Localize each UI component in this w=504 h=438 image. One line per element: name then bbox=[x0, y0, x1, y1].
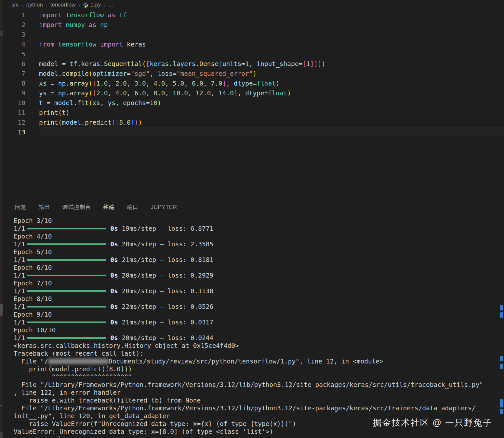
code-text: t = model.fit(xs, ys, epochs=10) bbox=[39, 98, 161, 108]
code-line-6[interactable]: 6model = tf.keras.Sequential([keras.laye… bbox=[3, 59, 504, 69]
terminal-line: 1/10s 21ms/step – loss: 0.0317 bbox=[3, 319, 504, 326]
progress-bar bbox=[27, 322, 106, 323]
code-text: import numpy as np bbox=[39, 20, 108, 30]
progress-bar bbox=[27, 337, 106, 339]
terminal-line: , line 122, in error_handler bbox=[3, 389, 504, 397]
left-scrollbar-strip: ‥ bbox=[0, 0, 3, 438]
terminal-line: 1/10s 20ms/step – loss: 0.1138 bbox=[3, 287, 504, 295]
code-line-10[interactable]: 10t = model.fit(xs, ys, epochs=10) bbox=[3, 98, 504, 108]
terminal-cursor bbox=[56, 436, 60, 438]
terminal-line: Epoch 4/10 bbox=[3, 233, 504, 240]
progress-bar bbox=[27, 275, 106, 276]
code-line-11[interactable]: 11print(t) bbox=[3, 108, 504, 118]
scrollbar-thumb[interactable] bbox=[0, 304, 3, 316]
code-line-2[interactable]: 2import numpy as np bbox=[3, 20, 504, 30]
main-column: src › python › tensorflow › 1.py › ... 1… bbox=[3, 0, 504, 438]
line-number: 5 bbox=[3, 49, 25, 59]
scroll-marker bbox=[500, 305, 503, 310]
terminal-line: ^^^^^^^^^^^^^^^^^^^^^ bbox=[3, 373, 504, 381]
panel-tab-4[interactable]: 端口 bbox=[126, 201, 139, 214]
line-number: 8 bbox=[3, 79, 25, 89]
chevron-separator-icon: › bbox=[46, 2, 47, 8]
line-number: 6 bbox=[3, 59, 25, 69]
progress-bar bbox=[27, 259, 106, 261]
line-number: 7 bbox=[3, 69, 25, 79]
line-number: 11 bbox=[3, 108, 25, 118]
line-number: 3 bbox=[3, 30, 25, 40]
terminal-line: 1/10s 20ms/step – loss: 0.2929 bbox=[3, 272, 504, 280]
scrollbar-notch[interactable] bbox=[0, 31, 3, 36]
terminal-line: 1/10s 19ms/step – loss: 6.8771 bbox=[3, 225, 504, 233]
shell-prompt[interactable]: ○➜review bbox=[3, 436, 504, 438]
scroll-marker bbox=[500, 312, 503, 318]
code-line-4[interactable]: 4from tensorflow import keras bbox=[3, 40, 504, 49]
line-number: 9 bbox=[3, 89, 25, 98]
current-line-highlight bbox=[39, 128, 504, 137]
progress-bar bbox=[27, 290, 106, 292]
code-line-13[interactable]: 13 bbox=[3, 128, 504, 137]
bottom-panel: 问题输出调试控制台终端端口JUPYTER Epoch 3/101/10s 19m… bbox=[3, 198, 504, 438]
vscode-window: ‥ src › python › tensorflow › 1.py › ...… bbox=[0, 0, 504, 438]
scroll-marker bbox=[500, 399, 503, 407]
code-text: xs = np.array([1.0, 2.0, 3.0, 4.0, 5.0, … bbox=[39, 79, 280, 89]
strip-dots: ‥ bbox=[0, 404, 5, 406]
code-line-12[interactable]: 12print(model.predict([8.0])) bbox=[3, 118, 504, 128]
line-number: 1 bbox=[3, 10, 25, 20]
code-text: ys = np.array([2.0, 4.0, 6.0, 8.0, 10.0,… bbox=[39, 89, 291, 98]
terminal-line: File "/Library/Frameworks/Python.framewo… bbox=[3, 381, 504, 389]
terminal-line: Epoch 3/10 bbox=[3, 217, 504, 225]
terminal-line: 1/10s 20ms/step – loss: 2.3585 bbox=[3, 240, 504, 248]
terminal-line: File "/Documents/study/review/src/python… bbox=[3, 358, 504, 365]
scroll-marker bbox=[500, 356, 503, 361]
chevron-separator-icon: › bbox=[78, 2, 80, 8]
terminal-line: Traceback (most recent call last): bbox=[3, 350, 504, 358]
terminal-output[interactable]: Epoch 3/101/10s 19ms/step – loss: 6.8771… bbox=[3, 217, 504, 438]
panel-tab-0[interactable]: 问题 bbox=[14, 201, 27, 214]
terminal-line: Epoch 10/10 bbox=[3, 326, 504, 334]
panel-tab-2[interactable]: 调试控制台 bbox=[62, 201, 92, 214]
chevron-separator-icon: › bbox=[22, 2, 23, 8]
code-line-8[interactable]: 8xs = np.array([1.0, 2.0, 3.0, 4.0, 5.0,… bbox=[3, 79, 504, 89]
panel-tab-terminal-active[interactable]: 终端 bbox=[103, 201, 115, 214]
terminal-line: 1/10s 20ms/step – loss: 0.0244 bbox=[3, 334, 504, 342]
breadcrumb-item-src[interactable]: src bbox=[11, 2, 19, 8]
scrollbar-thumb-bottom[interactable] bbox=[0, 432, 3, 438]
progress-bar bbox=[27, 228, 106, 229]
line-number: 12 bbox=[3, 118, 25, 128]
terminal-line: print(model.predict([8.0])) bbox=[3, 365, 504, 373]
breadcrumb: src › python › tensorflow › 1.py › ... bbox=[3, 0, 504, 10]
progress-bar bbox=[27, 243, 106, 245]
breadcrumb-ellipsis[interactable]: ... bbox=[108, 2, 113, 8]
terminal-line: Epoch 8/10 bbox=[3, 295, 504, 303]
code-line-9[interactable]: 9ys = np.array([2.0, 4.0, 6.0, 8.0, 10.0… bbox=[3, 89, 504, 98]
panel-tabbar: 问题输出调试控制台终端端口JUPYTER bbox=[3, 198, 504, 217]
code-editor[interactable]: 1import tensorflow as tf2import numpy as… bbox=[3, 10, 504, 198]
scroll-marker bbox=[500, 409, 503, 414]
code-text: model = tf.keras.Sequential([keras.layer… bbox=[39, 59, 325, 69]
code-line-3[interactable]: 3 bbox=[3, 30, 504, 40]
watermark: 掘金技术社区 @ 一只野兔子 bbox=[373, 417, 492, 429]
terminal-line: Epoch 7/10 bbox=[3, 280, 504, 287]
line-number: 10 bbox=[3, 98, 25, 108]
code-line-5[interactable]: 5 bbox=[3, 49, 504, 59]
panel-tab-1[interactable]: 输出 bbox=[38, 201, 51, 214]
breadcrumb-item-python[interactable]: python bbox=[26, 2, 43, 8]
breadcrumb-file[interactable]: 1.py bbox=[90, 2, 101, 8]
chevron-separator-icon: › bbox=[104, 2, 105, 8]
code-text: model.compile(optimizer="sgd", loss="mea… bbox=[39, 69, 257, 79]
panel-tab-5[interactable]: JUPYTER bbox=[150, 202, 178, 213]
terminal-line: ValueError: Unrecognized data type: x=[8… bbox=[3, 428, 504, 436]
code-text: print(t) bbox=[39, 108, 70, 118]
terminal-line: Epoch 5/10 bbox=[3, 248, 504, 256]
terminal-line: 1/10s 22ms/step – loss: 0.0526 bbox=[3, 303, 504, 311]
terminal-line: Epoch 9/10 bbox=[3, 311, 504, 319]
line-number: 4 bbox=[3, 40, 25, 49]
redacted-path bbox=[48, 359, 109, 364]
code-line-7[interactable]: 7model.compile(optimizer="sgd", loss="me… bbox=[3, 69, 504, 79]
code-line-1[interactable]: 1import tensorflow as tf bbox=[3, 10, 504, 20]
python-file-icon bbox=[83, 2, 88, 8]
terminal-line: Epoch 6/10 bbox=[3, 264, 504, 272]
breadcrumb-item-tensorflow[interactable]: tensorflow bbox=[50, 2, 75, 8]
code-text: import tensorflow as tf bbox=[39, 10, 127, 20]
terminal-line: 1/10s 21ms/step – loss: 0.8181 bbox=[3, 256, 504, 264]
